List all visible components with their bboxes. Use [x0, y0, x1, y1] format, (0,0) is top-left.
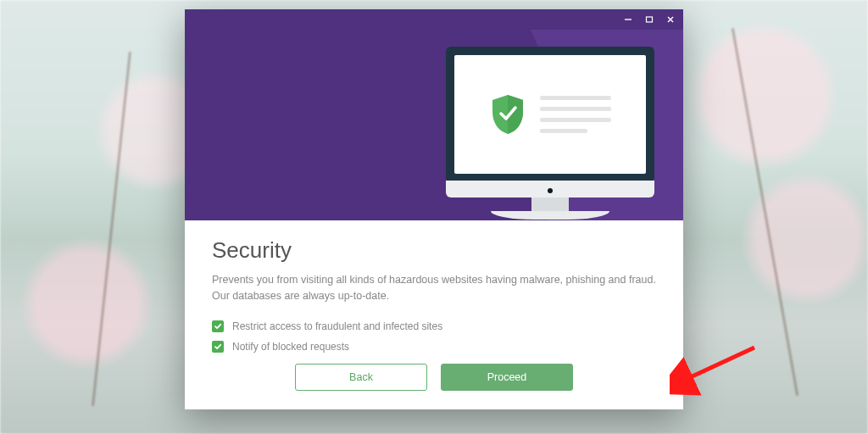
content-panel: Security Prevents you from visiting all … — [185, 220, 683, 353]
option-notify-blocked[interactable]: Notify of blocked requests — [212, 341, 656, 353]
option-label: Notify of blocked requests — [232, 341, 349, 353]
page-title: Security — [212, 237, 656, 264]
close-button[interactable] — [665, 15, 675, 25]
back-button[interactable]: Back — [295, 364, 427, 391]
option-label: Restrict access to fraudulent and infect… — [232, 320, 442, 332]
minimize-button[interactable] — [623, 15, 632, 25]
checkbox-checked-icon[interactable] — [212, 341, 224, 353]
page-description: Prevents you from visiting all kinds of … — [212, 272, 656, 305]
monitor-illustration — [446, 47, 654, 220]
svg-rect-1 — [646, 17, 652, 22]
maximize-button[interactable] — [644, 15, 654, 25]
shield-check-icon — [489, 93, 526, 136]
hero-panel — [185, 30, 683, 220]
placeholder-lines — [540, 96, 611, 133]
checkbox-checked-icon[interactable] — [212, 320, 224, 332]
installer-window: Security Prevents you from visiting all … — [185, 9, 683, 409]
option-restrict-access[interactable]: Restrict access to fraudulent and infect… — [212, 320, 656, 332]
proceed-button[interactable]: Proceed — [441, 364, 573, 391]
options-list: Restrict access to fraudulent and infect… — [212, 320, 656, 353]
footer-buttons: Back Proceed — [185, 364, 683, 391]
window-titlebar — [185, 9, 683, 30]
